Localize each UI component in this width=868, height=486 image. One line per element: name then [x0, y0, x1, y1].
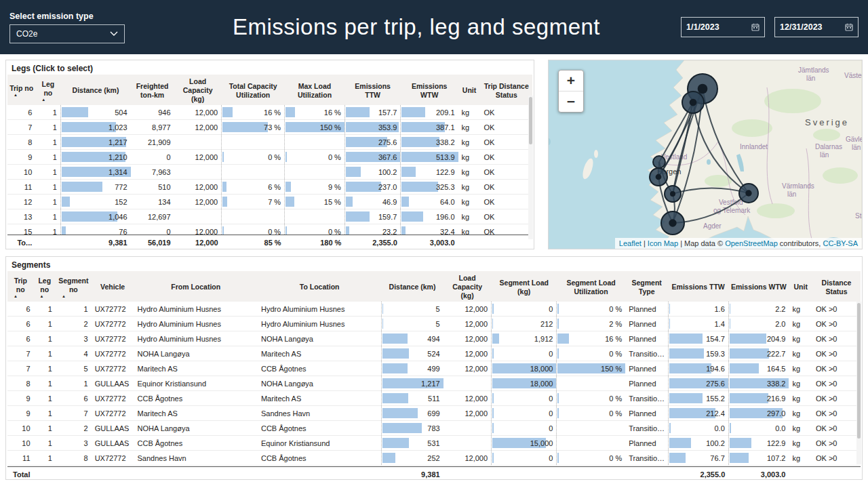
attribution-link[interactable]: Icon Map [648, 239, 678, 247]
cell-value: kg [792, 409, 800, 418]
cell-value: 275.6 [706, 380, 725, 388]
column-header[interactable]: Load Capacity (kg) [174, 75, 222, 105]
table-row[interactable]: 12115213412,0007 %15 %46.964.0kgOK [7, 195, 532, 209]
table-cell: 2.2 [728, 302, 789, 317]
zoom-out-button[interactable]: − [559, 91, 583, 112]
table-cell: 212 [492, 317, 557, 331]
data-bar [669, 363, 711, 373]
cell-value: 524 [427, 350, 439, 358]
data-bar [492, 393, 494, 403]
cell-value: 0 % [268, 228, 281, 235]
cell-value: 122.9 [767, 439, 786, 447]
emission-type-dropdown[interactable]: CO2e [9, 24, 125, 43]
map-panel[interactable]: JämtlandslänVästernSverigeInnlandetDalar… [548, 60, 863, 249]
map-node[interactable] [653, 156, 665, 168]
table-cell: kg [458, 224, 481, 235]
legs-scrollbar-thumb[interactable] [529, 97, 532, 144]
data-bar [669, 438, 691, 448]
table-row[interactable]: 6150494612,00016 %16 %157.7209.1kgOK [7, 105, 532, 120]
cell-value: 122.9 [436, 168, 455, 176]
table-row[interactable]: 611UX72772Hydro Aluminium HusnesHydro Al… [7, 302, 861, 317]
column-header[interactable]: Emissions TTW [344, 75, 401, 105]
cell-value: kg [462, 183, 470, 191]
table-row[interactable]: 911,210012,0000 %0 %367.6513.9kgOK [7, 150, 532, 165]
column-header[interactable]: Emissions TTW [668, 271, 728, 302]
attribution-link[interactable]: Leaflet [619, 239, 642, 247]
table-row[interactable]: 811GULLAASEquinor KristiansundNOHA Langø… [7, 376, 861, 391]
column-header[interactable]: Trip no▲ [7, 271, 34, 302]
table-row[interactable]: 714UX72772NOHA LangøyaMaritech AS52412,0… [7, 346, 861, 361]
cell-value: UX72772 [95, 394, 126, 403]
column-header[interactable]: From Location [134, 271, 258, 302]
column-header[interactable]: Segment no▲ [56, 271, 92, 302]
segments-scrollbar-thumb[interactable] [857, 303, 861, 439]
column-header[interactable]: Segment Load (kg) [492, 271, 557, 302]
column-header[interactable]: Load Capacity (kg) [443, 271, 492, 302]
column-header-label: Segment no [58, 277, 90, 294]
table-row[interactable]: 711,0238,97712,00073 %150 %353.9387.1kgO… [7, 120, 532, 135]
cell-value: 216.9 [767, 394, 786, 403]
column-header[interactable]: Segment Load Utilization [557, 271, 625, 302]
column-header[interactable]: Trip no▲ [7, 75, 35, 105]
zoom-in-button[interactable]: + [559, 70, 583, 91]
column-header[interactable]: Emissions WTW [401, 75, 458, 105]
column-header[interactable]: To Location [258, 271, 381, 302]
cell-value: 1 [48, 365, 52, 373]
column-header[interactable]: Leg no▲ [34, 271, 56, 302]
column-header[interactable]: Distance Status [812, 271, 861, 302]
table-row[interactable]: 1118UX72772Sandnes HavnCCB Ågotnes25212,… [7, 451, 861, 466]
table-row[interactable]: 1013GULLAASCCB ÅgotnesEquinor Kristiansu… [7, 436, 861, 451]
cell-value: 1 [48, 439, 52, 447]
column-header[interactable]: Vehicle [92, 271, 134, 302]
column-header[interactable]: Unit [789, 271, 812, 302]
table-row[interactable]: 811,21721,909275.6338.2kgOK [7, 135, 532, 150]
column-header[interactable]: Leg no▲ [35, 75, 60, 105]
table-row[interactable]: 1311,04612,697159.7196.0kgOK [7, 209, 532, 224]
table-row[interactable]: 715UX72772Maritech ASCCB Ågotnes49912,00… [7, 361, 861, 376]
table-row[interactable]: 1011,3147,963100.2122.9kgOK [7, 165, 532, 180]
data-bar [62, 182, 102, 192]
date-to-input[interactable]: 12/31/2023 [774, 17, 859, 37]
legs-scrollbar[interactable] [528, 96, 533, 239]
attribution-link[interactable]: OpenStreetMap [725, 239, 778, 247]
cell-value: 0 [549, 305, 553, 313]
cell-value: 164.5 [767, 365, 786, 373]
table-cell: Hydro Aluminium Husnes [258, 302, 381, 317]
table-cell: Transitio… [625, 421, 668, 436]
table-cell: 7 [7, 346, 34, 361]
table-row[interactable]: 15176012,0000 %0 %23.232.4kgOK [7, 224, 532, 235]
column-header[interactable]: Max Load Utilization [285, 75, 345, 105]
table-row[interactable]: 613UX72772Hydro Aluminium HusnesNOHA Lan… [7, 331, 861, 346]
table-cell: OK [481, 224, 532, 235]
table-row[interactable]: 11177251012,0006 %9 %237.0325.3kgOK [7, 180, 532, 195]
column-header[interactable]: Unit [458, 75, 481, 105]
cell-value: Sandnes Havn [138, 454, 186, 462]
table-cell: NOHA Langøya [134, 346, 258, 361]
segments-scrollbar[interactable] [856, 302, 861, 464]
column-header[interactable]: Emissions WTW [728, 271, 789, 302]
column-header[interactable]: Freighted ton-km [131, 75, 174, 105]
attribution-link[interactable]: CC-BY-SA [823, 239, 858, 247]
cell-value: kg [792, 350, 800, 358]
column-header[interactable]: Distance (km) [381, 271, 443, 302]
table-row[interactable]: 916UX72772CCB ÅgotnesMaritech AS51112,00… [7, 391, 861, 406]
leaflet-map[interactable]: JämtlandslänVästernSverigeInnlandetDalar… [549, 60, 862, 249]
table-cell: OK [481, 120, 532, 135]
table-cell: Equinor Kristiansund [134, 376, 258, 391]
table-row[interactable]: 1012GULLAASNOHA LangøyaCCB Ågotnes7830Tr… [7, 421, 861, 436]
attribution-text: | [642, 239, 648, 247]
table-cell: 1 [34, 302, 56, 317]
cell-value: Planned [629, 320, 656, 328]
cell-value: 180 % [320, 239, 341, 247]
column-header[interactable]: Total Capacity Utilization [222, 75, 285, 105]
table-cell [174, 135, 222, 150]
column-header[interactable]: Distance (km) [60, 75, 130, 105]
column-header[interactable]: Segment Type [625, 271, 668, 302]
date-from-input[interactable]: 1/1/2023 [681, 17, 765, 37]
cell-value: 237.0 [378, 183, 397, 191]
table-row[interactable]: 612UX72772Hydro Aluminium HusnesHydro Al… [7, 317, 861, 331]
column-header[interactable]: Trip Distance Status [481, 75, 532, 105]
table-cell: kg [789, 421, 812, 436]
calendar-icon [751, 23, 760, 31]
table-row[interactable]: 917UX72772Maritech ASSandnes Havn69912,0… [7, 406, 861, 421]
